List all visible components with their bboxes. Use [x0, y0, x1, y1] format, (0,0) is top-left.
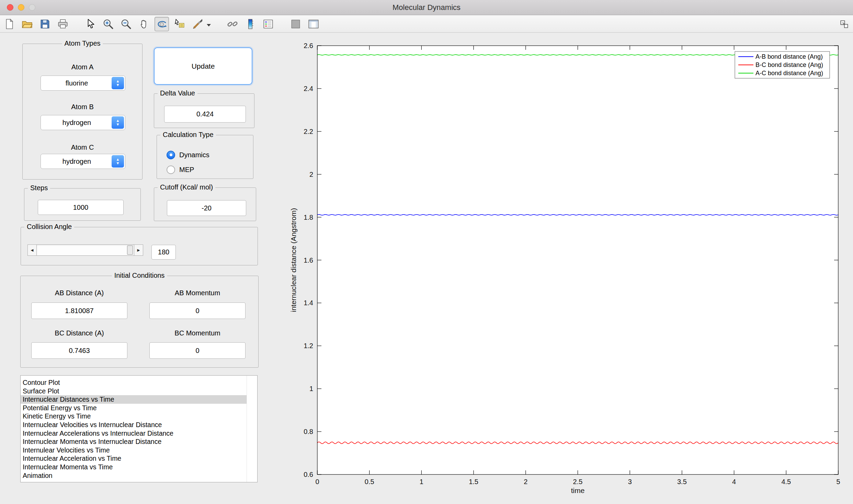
open-file-icon — [21, 18, 33, 30]
pan-button[interactable] — [137, 17, 151, 31]
edit-plot-button[interactable] — [83, 17, 98, 31]
y-tick-label: 1.8 — [304, 214, 313, 221]
atom-a-dropdown-value: fluorine — [44, 76, 110, 90]
bc-momentum-label: BC Momentum — [149, 329, 246, 337]
dropdown-stepper[interactable]: ▲▼ — [112, 155, 124, 168]
x-tick-label: 0 — [315, 478, 319, 485]
rotate-3d-button[interactable] — [155, 17, 169, 31]
insert-legend-button[interactable] — [261, 17, 275, 31]
listbox-scrollbar[interactable] — [247, 376, 257, 482]
ab-momentum-label: AB Momentum — [149, 289, 246, 297]
series-line — [317, 55, 838, 55]
open-file-button[interactable] — [20, 17, 34, 31]
brush-icon — [192, 18, 203, 30]
legend-label: A-B bond distance (Ang) — [755, 53, 823, 60]
cutoff-input[interactable] — [167, 200, 246, 216]
cutoff-panel-title: Cutoff (Kcal/ mol) — [158, 183, 215, 191]
brush-dropdown-arrow[interactable] — [207, 24, 211, 28]
steps-input[interactable] — [38, 200, 124, 215]
hide-plot-tools-button[interactable] — [288, 17, 303, 31]
plot-list-item[interactable]: Internuclear Distances vs Time — [21, 395, 247, 404]
bc-distance-input[interactable] — [31, 342, 127, 359]
atom-a-dropdown[interactable]: fluorine ▲▼ — [41, 76, 125, 91]
atom-c-dropdown-value: hydrogen — [44, 154, 110, 169]
plot-list-item[interactable]: Internuclear Momenta vs Internuclear Dis… — [21, 437, 247, 446]
ab-distance-input[interactable] — [31, 302, 127, 319]
atom-c-dropdown[interactable]: hydrogen ▲▼ — [41, 154, 125, 169]
delta-value-input[interactable] — [164, 106, 246, 123]
plot-list-item[interactable]: Potential Energy vs Time — [21, 404, 247, 412]
plot-list-item[interactable]: Internuclear Acceleration vs Time — [21, 454, 247, 463]
dock-figure-button[interactable] — [838, 18, 850, 30]
x-tick-label: 1.5 — [469, 478, 478, 485]
x-tick-label: 0.5 — [365, 478, 374, 485]
x-axis-label: time — [571, 486, 585, 494]
slider-left-arrow[interactable]: ◄ — [27, 244, 37, 256]
delta-value-panel: Delta Value — [154, 93, 254, 128]
radio-mep-label: MEP — [179, 166, 194, 174]
show-plot-tools-icon — [308, 18, 319, 30]
atom-b-label: Atom B — [23, 103, 142, 111]
zoom-out-button[interactable] — [119, 17, 133, 31]
hide-plot-tools-icon — [290, 18, 302, 30]
atom-types-panel: Atom Types Atom A fluorine ▲▼ Atom B hyd… — [22, 44, 143, 180]
zoom-out-icon — [120, 18, 132, 30]
y-tick-label: 0.8 — [304, 428, 313, 435]
save-figure-button[interactable] — [38, 17, 52, 31]
atom-c-label: Atom C — [23, 144, 142, 151]
dropdown-stepper[interactable]: ▲▼ — [112, 116, 124, 129]
atom-b-dropdown[interactable]: hydrogen ▲▼ — [41, 115, 125, 130]
plot-list-item[interactable]: Internuclear Accelerations vs Internucle… — [21, 429, 247, 438]
down-chevron-icon: ▼ — [116, 83, 120, 87]
show-plot-tools-button[interactable] — [306, 17, 321, 31]
new-figure-button[interactable] — [2, 17, 16, 31]
initial-conditions-panel: Initial Conditions AB Distance (A) AB Mo… — [20, 276, 259, 368]
zoom-in-button[interactable] — [101, 17, 115, 31]
series-line — [317, 442, 838, 444]
radio-dynamics[interactable]: Dynamics — [167, 149, 209, 161]
link-plot-button[interactable] — [225, 17, 240, 31]
dropdown-stepper[interactable]: ▲▼ — [112, 77, 124, 89]
steps-panel: Steps — [24, 188, 141, 221]
collision-angle-input[interactable] — [151, 245, 176, 260]
update-button[interactable]: Update — [154, 47, 252, 85]
plot-type-listbox: Contour PlotSurface PlotInternuclear Dis… — [21, 378, 247, 482]
x-tick-label: 1 — [420, 478, 423, 485]
atom-types-panel-title: Atom Types — [62, 39, 103, 47]
window-titlebar: Molecular Dynamics — [0, 0, 853, 15]
radio-mep[interactable]: MEP — [167, 164, 194, 175]
plot-list-item[interactable]: Contour Plot — [21, 378, 247, 387]
plot-list-item[interactable]: Kinetic Energy vs Time — [21, 412, 247, 421]
x-tick-label: 4.5 — [781, 478, 791, 485]
legend-box[interactable] — [735, 51, 830, 78]
insert-colorbar-button[interactable] — [243, 17, 258, 31]
print-figure-button[interactable] — [56, 17, 70, 31]
y-tick-label: 0.6 — [304, 471, 313, 478]
slider-thumb[interactable] — [127, 245, 133, 255]
radio-unselected-icon — [167, 165, 175, 174]
insert-legend-icon — [262, 18, 274, 30]
plot-list-item[interactable]: Animation — [21, 471, 247, 480]
brush-button[interactable] — [190, 17, 205, 31]
x-tick-label: 5 — [836, 478, 840, 485]
data-cursor-button[interactable] — [172, 17, 187, 31]
plot-list-item[interactable]: Internuclear Momenta vs Time — [21, 463, 247, 471]
ab-momentum-input[interactable] — [149, 302, 246, 319]
calculation-type-panel: Calculation Type Dynamics MEP — [157, 135, 253, 179]
plot-list-item[interactable]: Internuclear Velocities vs Internuclear … — [21, 421, 247, 429]
slider-right-arrow[interactable]: ► — [134, 244, 143, 256]
link-plot-icon — [227, 18, 238, 30]
x-tick-label: 3.5 — [677, 478, 687, 485]
insert-colorbar-icon — [244, 18, 256, 30]
collision-angle-slider[interactable]: ◄ ► — [27, 244, 143, 256]
plot-list-item[interactable]: Surface Plot — [21, 387, 247, 396]
slider-track[interactable] — [37, 244, 134, 256]
series-line — [317, 215, 838, 215]
x-tick-label: 2 — [524, 478, 527, 485]
bc-momentum-input[interactable] — [149, 342, 246, 359]
pan-hand-icon — [138, 18, 150, 30]
atom-b-dropdown-value: hydrogen — [44, 115, 110, 130]
x-tick-label: 4 — [732, 478, 736, 485]
plot-list-item[interactable]: Internulear Velocities vs Time — [21, 446, 247, 455]
calculation-type-panel-title: Calculation Type — [160, 131, 216, 139]
